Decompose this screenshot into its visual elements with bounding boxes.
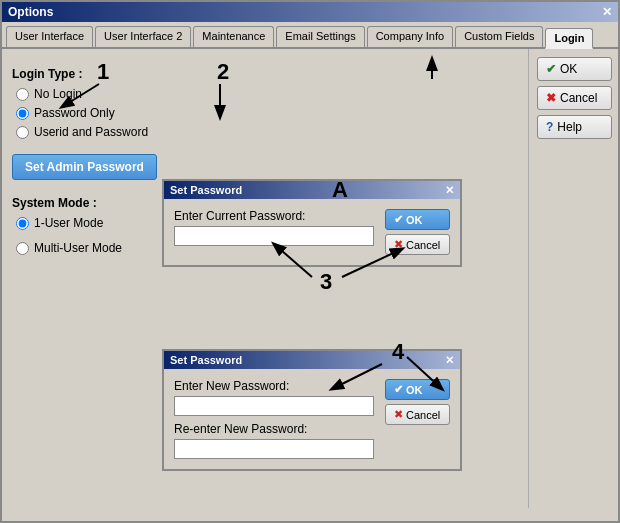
set-password-dialog-2-buttons: ✔ OK ✖ Cancel xyxy=(385,379,450,459)
window-close-button[interactable]: ✕ xyxy=(602,5,612,19)
userid-password-label: Userid and Password xyxy=(34,125,148,139)
right-panel: ✔ OK ✖ Cancel ? Help xyxy=(528,49,618,508)
multi-user-radio[interactable] xyxy=(16,242,29,255)
password-only-radio[interactable] xyxy=(16,107,29,120)
password-only-radio-item[interactable]: Password Only xyxy=(16,106,518,120)
cancel-x-icon-main: ✖ xyxy=(546,91,556,105)
set-password-dialog-2-title: Set Password ✕ xyxy=(164,351,460,369)
options-window: Options ✕ User Interface User Interface … xyxy=(0,0,620,523)
help-label: Help xyxy=(557,120,582,134)
set-password-dialog-1-cancel-label: Cancel xyxy=(406,239,440,251)
ok-check-icon: ✔ xyxy=(394,213,403,226)
set-password-dialog-2-title-text: Set Password xyxy=(170,354,242,366)
multi-user-label: Multi-User Mode xyxy=(34,241,122,255)
set-password-dialog-1-fields: Enter Current Password: xyxy=(174,209,377,255)
set-password-dialog-2-body: Enter New Password: Re-enter New Passwor… xyxy=(164,369,460,469)
set-password-dialog-1-body: Enter Current Password: ✔ OK ✖ Cancel xyxy=(164,199,460,265)
tab-email-settings[interactable]: Email Settings xyxy=(276,26,364,47)
ok-check-icon-2: ✔ xyxy=(394,383,403,396)
help-button[interactable]: ? Help xyxy=(537,115,612,139)
set-password-dialog-1-ok-button[interactable]: ✔ OK xyxy=(385,209,450,230)
set-password-dialog-1: Set Password ✕ Enter Current Password: ✔… xyxy=(162,179,462,267)
cancel-label: Cancel xyxy=(560,91,597,105)
current-password-input[interactable] xyxy=(174,226,374,246)
left-panel: Login Type : No Login Password Only User… xyxy=(2,49,528,508)
tab-custom-fields[interactable]: Custom Fields xyxy=(455,26,543,47)
set-password-dialog-2-ok-label: OK xyxy=(406,384,423,396)
ok-check-icon-main: ✔ xyxy=(546,62,556,76)
tabs-bar: User Interface User Interface 2 Maintena… xyxy=(2,22,618,49)
no-login-radio-item[interactable]: No Login xyxy=(16,87,518,101)
login-type-group: No Login Password Only Userid and Passwo… xyxy=(16,87,518,139)
set-password-dialog-1-buttons: ✔ OK ✖ Cancel xyxy=(385,209,450,255)
password-only-label: Password Only xyxy=(34,106,115,120)
no-login-radio[interactable] xyxy=(16,88,29,101)
set-password-dialog-1-cancel-button[interactable]: ✖ Cancel xyxy=(385,234,450,255)
set-password-dialog-2-ok-button[interactable]: ✔ OK xyxy=(385,379,450,400)
login-type-label: Login Type : xyxy=(12,67,518,81)
set-password-dialog-2-fields: Enter New Password: Re-enter New Passwor… xyxy=(174,379,377,459)
enter-new-password-label: Enter New Password: xyxy=(174,379,377,393)
set-password-dialog-2-close[interactable]: ✕ xyxy=(445,354,454,367)
tab-maintenance[interactable]: Maintenance xyxy=(193,26,274,47)
cancel-x-icon-1: ✖ xyxy=(394,238,403,251)
main-content: Login Type : No Login Password Only User… xyxy=(2,49,618,508)
set-password-dialog-2-cancel-button[interactable]: ✖ Cancel xyxy=(385,404,450,425)
tab-user-interface-2[interactable]: User Interface 2 xyxy=(95,26,191,47)
set-admin-password-button[interactable]: Set Admin Password xyxy=(12,154,157,180)
ok-button[interactable]: ✔ OK xyxy=(537,57,612,81)
set-password-dialog-2: Set Password ✕ Enter New Password: Re-en… xyxy=(162,349,462,471)
set-password-dialog-1-ok-label: OK xyxy=(406,214,423,226)
cancel-button[interactable]: ✖ Cancel xyxy=(537,86,612,110)
title-bar: Options ✕ xyxy=(2,2,618,22)
annotation-3: 3 xyxy=(320,269,332,294)
set-password-dialog-2-cancel-label: Cancel xyxy=(406,409,440,421)
userid-password-radio-item[interactable]: Userid and Password xyxy=(16,125,518,139)
no-login-label: No Login xyxy=(34,87,82,101)
one-user-radio[interactable] xyxy=(16,217,29,230)
ok-label: OK xyxy=(560,62,577,76)
set-password-dialog-1-title-text: Set Password xyxy=(170,184,242,196)
new-password-input[interactable] xyxy=(174,396,374,416)
set-password-dialog-1-close[interactable]: ✕ xyxy=(445,184,454,197)
cancel-x-icon-2: ✖ xyxy=(394,408,403,421)
tab-user-interface[interactable]: User Interface xyxy=(6,26,93,47)
window-title: Options xyxy=(8,5,53,19)
tab-login[interactable]: Login xyxy=(545,28,593,49)
enter-current-password-label: Enter Current Password: xyxy=(174,209,377,223)
reenter-password-input[interactable] xyxy=(174,439,374,459)
one-user-label: 1-User Mode xyxy=(34,216,103,230)
tab-company-info[interactable]: Company Info xyxy=(367,26,453,47)
help-question-icon: ? xyxy=(546,120,553,134)
set-password-dialog-1-title: Set Password ✕ xyxy=(164,181,460,199)
reenter-new-password-label: Re-enter New Password: xyxy=(174,422,377,436)
userid-password-radio[interactable] xyxy=(16,126,29,139)
